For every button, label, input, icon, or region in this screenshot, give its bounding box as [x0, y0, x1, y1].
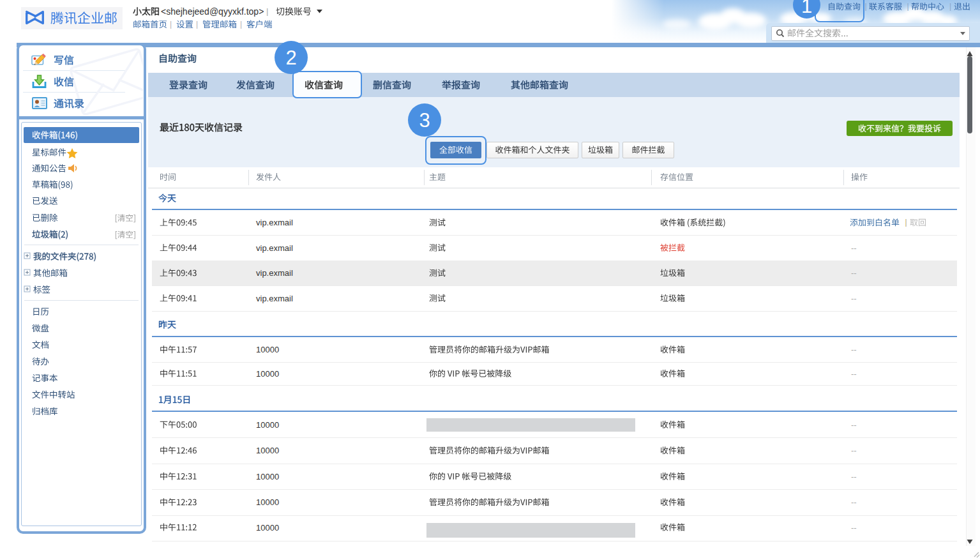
svg-text:1: 1 — [801, 0, 812, 17]
svg-text:3: 3 — [419, 109, 430, 132]
svg-text:2: 2 — [285, 47, 296, 69]
